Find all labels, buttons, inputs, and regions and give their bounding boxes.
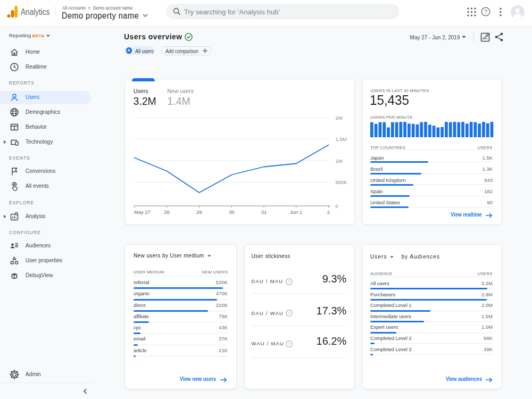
svg-text:?: ? bbox=[288, 311, 290, 316]
svg-text:Jun 1: Jun 1 bbox=[289, 209, 302, 215]
svg-text:1.5M: 1.5M bbox=[335, 136, 346, 142]
svg-text:500K: 500K bbox=[335, 179, 347, 185]
svg-text:0: 0 bbox=[335, 203, 338, 209]
svg-text:2: 2 bbox=[327, 209, 329, 215]
svg-text:28: 28 bbox=[164, 209, 170, 215]
svg-text:?: ? bbox=[288, 279, 290, 284]
svg-text:1M: 1M bbox=[335, 157, 342, 163]
svg-text:29: 29 bbox=[196, 209, 202, 215]
svg-text:30: 30 bbox=[229, 209, 235, 215]
svg-text:31: 31 bbox=[261, 209, 267, 215]
svg-text:2M: 2M bbox=[335, 114, 342, 120]
svg-text:?: ? bbox=[484, 9, 487, 15]
svg-text:?: ? bbox=[288, 342, 290, 346]
svg-text:May 27: May 27 bbox=[134, 209, 151, 215]
